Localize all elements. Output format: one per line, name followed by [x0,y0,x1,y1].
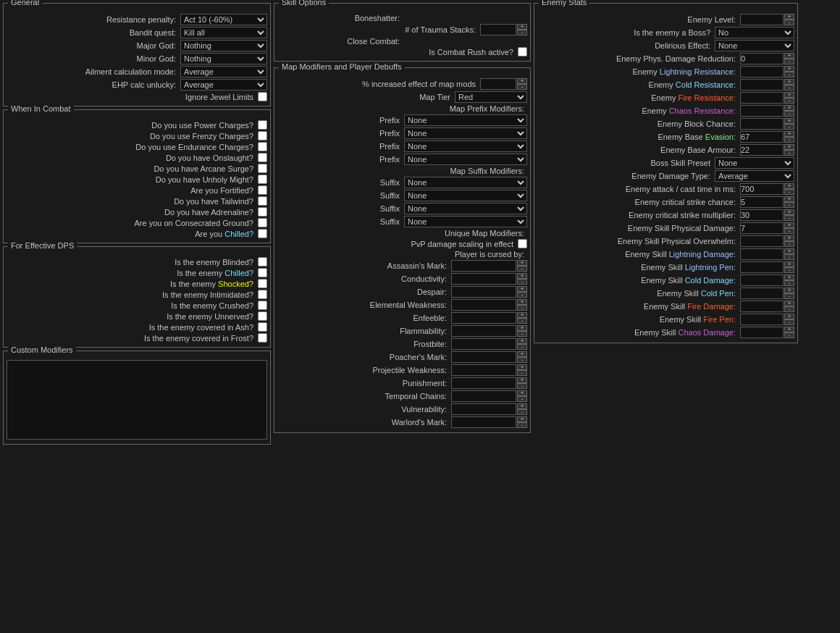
skill-fire-pen-input[interactable] [740,314,784,325]
warlords-mark-minus[interactable]: - [517,422,527,428]
temporal-chains-input[interactable] [451,390,516,402]
despair-input[interactable] [451,286,516,298]
flammability-input[interactable] [451,325,516,337]
poachers-mark-input[interactable] [451,351,516,363]
base-evasion-minus[interactable]: - [784,137,794,143]
skill-lightning-pen-minus[interactable]: - [784,267,794,273]
intimidated-checkbox[interactable] [258,290,267,299]
skill-lightning-damage-minus[interactable]: - [784,254,794,260]
skill-phys-damage-input[interactable] [740,222,784,234]
conductivity-minus[interactable]: - [517,279,527,285]
assassins-mark-input[interactable] [451,260,516,272]
tailwind-checkbox[interactable] [258,196,267,206]
projectile-weakness-input[interactable] [451,364,516,376]
frostbite-minus[interactable]: - [517,344,527,350]
skill-cold-pen-minus[interactable]: - [784,293,794,299]
lightning-resistance-minus[interactable]: - [784,72,794,77]
cold-resistance-minus[interactable]: - [784,85,794,91]
base-evasion-input[interactable] [740,131,784,143]
base-armour-input[interactable] [740,144,784,156]
poachers-mark-minus[interactable]: - [517,357,527,363]
enemy-level-minus[interactable]: - [784,20,794,25]
frenzy-charges-checkbox[interactable] [258,131,267,141]
suffix3-select[interactable]: None [404,203,527,214]
resistance-penalty-select[interactable]: Act 10 (-60%) [180,14,267,25]
prefix2-select[interactable]: None [404,127,527,139]
block-chance-minus[interactable]: - [784,124,794,130]
fortified-checkbox[interactable] [258,185,267,195]
frost-checkbox[interactable] [258,333,267,343]
suffix2-select[interactable]: None [404,190,527,201]
ignore-jewel-checkbox[interactable] [258,92,267,101]
skill-fire-damage-minus[interactable]: - [784,306,794,312]
skill-phys-overwhelm-minus[interactable]: - [784,241,794,247]
suffix4-select[interactable]: None [404,216,527,227]
projectile-weakness-minus[interactable]: - [517,370,527,376]
power-charges-checkbox[interactable] [258,120,267,130]
frostbite-input[interactable] [451,338,516,350]
arcane-surge-checkbox[interactable] [258,164,267,173]
enfeeble-input[interactable] [451,312,516,324]
crit-chance-input[interactable] [740,196,784,208]
punishment-minus[interactable]: - [517,383,527,389]
blinded-checkbox[interactable] [258,257,267,267]
trauma-stacks-minus[interactable]: - [517,30,527,35]
fire-resistance-input[interactable] [740,92,784,104]
ehp-calc-select[interactable]: Average [180,79,267,91]
combat-rush-checkbox[interactable] [518,47,527,56]
elemental-weakness-minus[interactable]: - [517,305,527,311]
onslaught-checkbox[interactable] [258,153,267,162]
unholy-might-checkbox[interactable] [258,175,267,184]
despair-minus[interactable]: - [517,292,527,298]
skill-cold-damage-input[interactable] [740,274,784,286]
shocked-checkbox[interactable] [258,279,267,288]
crushed-checkbox[interactable] [258,301,267,310]
prefix3-select[interactable]: None [404,141,527,152]
trauma-stacks-input[interactable] [480,24,516,35]
skill-chaos-damage-input[interactable] [740,327,784,338]
punishment-input[interactable] [451,377,516,389]
damage-type-select[interactable]: Average [715,170,794,182]
minor-god-select[interactable]: Nothing [180,53,267,64]
lightning-resistance-input[interactable] [740,66,784,77]
block-chance-input[interactable] [740,118,784,130]
enfeeble-minus[interactable]: - [517,318,527,324]
prefix4-select[interactable]: None [404,154,527,165]
attack-cast-minus[interactable]: - [784,189,794,195]
flammability-minus[interactable]: - [517,331,527,337]
chilled-checkbox[interactable] [258,229,267,238]
skill-fire-pen-minus[interactable]: - [784,319,794,325]
attack-cast-input[interactable] [740,183,784,195]
delirious-select[interactable]: None [715,40,794,51]
phys-damage-reduction-input[interactable] [740,53,784,64]
skill-cold-pen-input[interactable] [740,288,784,299]
chaos-resistance-minus[interactable]: - [784,111,794,117]
map-tier-select[interactable]: Red Yellow White [455,91,527,103]
bandit-quest-select[interactable]: Kill all [180,27,267,38]
is-boss-select[interactable]: No Yes [715,27,794,38]
ailment-calc-select[interactable]: Average [180,66,267,77]
enemy-chilled-checkbox[interactable] [258,268,267,277]
phys-damage-reduction-minus[interactable]: - [784,59,794,64]
skill-lightning-pen-input[interactable] [740,261,784,273]
base-armour-minus[interactable]: - [784,150,794,156]
prefix1-select[interactable]: None [404,114,527,126]
assassins-mark-minus[interactable]: - [517,266,527,272]
crit-multiplier-minus[interactable]: - [784,215,794,221]
pct-increased-input[interactable] [480,78,516,90]
chaos-resistance-input[interactable] [740,105,784,117]
unnerved-checkbox[interactable] [258,311,267,321]
skill-phys-overwhelm-input[interactable] [740,235,784,247]
skill-phys-damage-minus[interactable]: - [784,228,794,234]
crit-chance-minus[interactable]: - [784,202,794,208]
skill-cold-damage-minus[interactable]: - [784,280,794,286]
crit-multiplier-input[interactable] [740,209,784,221]
pvp-checkbox[interactable] [518,239,527,248]
major-god-select[interactable]: Nothing [180,40,267,51]
temporal-chains-minus[interactable]: - [517,396,527,402]
warlords-mark-input[interactable] [451,416,516,428]
skill-fire-damage-input[interactable] [740,301,784,312]
pct-increased-minus[interactable]: - [517,84,527,90]
skill-chaos-damage-minus[interactable]: - [784,332,794,338]
consecrated-ground-checkbox[interactable] [258,218,267,227]
